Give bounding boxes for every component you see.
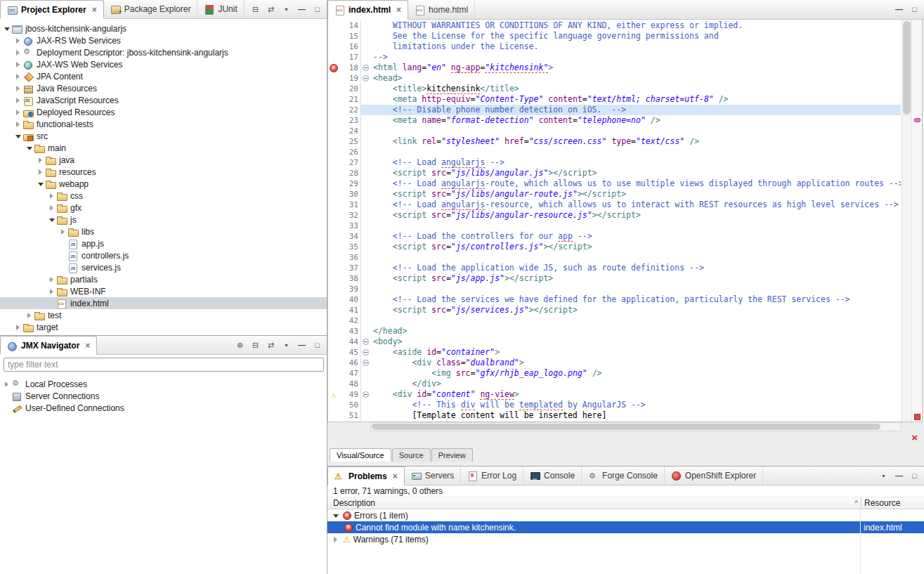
code-line[interactable]: 19<head> <box>328 73 901 84</box>
expand-arrow-icon[interactable] <box>48 285 56 297</box>
code-line[interactable]: 28 <script src="js/libs/angular.js"></sc… <box>328 168 901 178</box>
problem-row-errors-1-item[interactable]: ×Errors (1 item) <box>327 509 924 521</box>
view-menu-icon[interactable]: ▼ <box>282 343 291 348</box>
close-icon[interactable]: × <box>396 6 401 14</box>
code-line[interactable]: 24 <box>328 126 901 136</box>
tree-item-functional-tests[interactable]: functional-tests <box>0 118 327 130</box>
expand-arrow-icon[interactable] <box>3 378 11 390</box>
code-line[interactable]: 43</head> <box>328 326 901 337</box>
expand-arrow-icon[interactable] <box>14 82 22 94</box>
tree-item-resources[interactable]: resources <box>0 166 327 178</box>
maximize-icon[interactable]: □ <box>313 6 322 13</box>
collapse-arrow-icon[interactable] <box>48 214 56 226</box>
link-editor-icon[interactable]: ⇄ <box>266 341 275 349</box>
horizontal-scrollbar[interactable] <box>370 422 902 431</box>
code-line[interactable]: 51 [Template content will be inserted he… <box>328 410 901 421</box>
problem-row-warnings-71-items[interactable]: ⚠Warnings (71 items) <box>327 533 924 545</box>
fold-marker[interactable] <box>360 347 370 358</box>
link-editor-icon[interactable]: ⇄ <box>266 6 275 13</box>
source-tab-visual-source[interactable]: Visual/Source <box>330 448 391 462</box>
tree-item-javascript-resources[interactable]: JavaScript Resources <box>0 94 327 106</box>
tab-error-log[interactable]: Error Log <box>461 467 523 485</box>
expand-arrow-icon[interactable] <box>14 118 22 130</box>
code-line[interactable]: 17--> <box>328 52 901 63</box>
expand-arrow-icon[interactable] <box>14 106 22 118</box>
collapse-arrow-icon[interactable] <box>14 130 22 142</box>
code-line[interactable]: 27 <!-- Load angularjs --> <box>328 157 901 168</box>
code-line[interactable]: 29 <!-- Load angularjs-route, which allo… <box>328 178 901 189</box>
minimize-icon[interactable]: — <box>894 472 904 480</box>
overview-error-marker[interactable] <box>914 414 920 420</box>
overview-ruler[interactable] <box>911 20 922 422</box>
fold-marker[interactable] <box>360 63 370 73</box>
close-icon[interactable]: × <box>85 341 90 350</box>
code-line[interactable]: 20 <title>kitchensink</title> <box>328 84 901 94</box>
collapse-arrow-icon[interactable] <box>37 178 45 190</box>
tab-console[interactable]: Console <box>523 467 582 485</box>
problem-row-cannot-find-module-with-name-kitchensink[interactable]: ×Cannot find module with name kitchensin… <box>327 521 924 533</box>
new-connection-icon[interactable]: ⊕ <box>235 341 245 349</box>
code-line[interactable]: 31 <!-- Load angularjs-resource, which a… <box>328 200 901 210</box>
code-line[interactable]: 23 <meta name="format-detection" content… <box>328 115 901 126</box>
expand-arrow-icon[interactable] <box>14 94 22 106</box>
tree-item-controllers-js[interactable]: controllers.js <box>0 249 327 261</box>
resource-column-header[interactable]: Resource <box>861 497 924 509</box>
description-column-header[interactable]: Description ^ <box>327 498 861 508</box>
source-tab-source[interactable]: Source <box>392 448 431 462</box>
overview-current-line-marker[interactable] <box>914 118 920 122</box>
code-line[interactable]: 26 <box>328 147 901 157</box>
tree-item-webapp[interactable]: webapp <box>0 178 327 190</box>
collapse-arrow-icon[interactable] <box>25 142 34 154</box>
tree-item-jax-rs-web-services[interactable]: JAX-RS Web Services <box>0 34 327 46</box>
tree-item-target[interactable]: target <box>0 321 327 333</box>
tree-item-java-resources[interactable]: Java Resources <box>0 82 327 94</box>
tab-home-html[interactable]: home.html <box>408 0 475 19</box>
tree-item-server-connections[interactable]: Server Connections <box>0 390 327 402</box>
tab-package-explorer[interactable]: Package Explorer <box>104 0 198 18</box>
code-line[interactable]: 21 <meta http-equiv="Content-Type" conte… <box>328 94 901 105</box>
tree-item-partials[interactable]: partials <box>0 273 327 285</box>
expand-arrow-icon[interactable] <box>14 70 22 82</box>
horizontal-scrollbar-thumb[interactable] <box>372 424 880 430</box>
tree-item-test[interactable]: test <box>0 309 327 321</box>
collapse-all-icon[interactable]: ⊟ <box>251 6 260 13</box>
code-line[interactable]: 45 <aside id="container"> <box>328 347 901 358</box>
code-line[interactable]: 15 See the License for the specific lang… <box>328 31 901 41</box>
maximize-icon[interactable]: □ <box>910 472 919 480</box>
tree-item-gfx[interactable]: gfx <box>0 202 327 214</box>
vertical-scrollbar-thumb[interactable] <box>903 21 911 115</box>
expand-arrow-icon[interactable] <box>59 226 67 237</box>
tree-item-web-inf[interactable]: WEB-INF <box>0 285 327 297</box>
tab-index-html[interactable]: index.html× <box>327 0 408 20</box>
tree-item-jpa-content[interactable]: JPA Content <box>0 70 327 82</box>
tree-item-user-defined-connections[interactable]: User-Defined Connections <box>0 402 327 414</box>
maximize-icon[interactable]: □ <box>910 6 919 13</box>
tab-problems[interactable]: Problems× <box>327 467 405 485</box>
code-line[interactable]: 36 <box>328 252 901 263</box>
tree-item-deployment-descriptor-jboss-kitchensink-angularjs[interactable]: Deployment Descriptor: jboss-kitchensink… <box>0 46 327 58</box>
tree-item-jax-ws-web-services[interactable]: JAX-WS Web Services <box>0 58 327 70</box>
fold-marker[interactable] <box>360 337 370 347</box>
expand-arrow-icon[interactable] <box>14 46 22 58</box>
tree-item-src[interactable]: src <box>0 130 327 142</box>
jmx-filter-input[interactable] <box>4 358 324 372</box>
fold-marker[interactable] <box>360 389 370 400</box>
expand-arrow-icon[interactable] <box>37 166 45 178</box>
tree-item-main[interactable]: main <box>0 142 327 154</box>
tab-servers[interactable]: Servers <box>405 467 461 485</box>
tab-project-explorer[interactable]: Project Explorer× <box>0 0 104 19</box>
code-editor[interactable]: 14 WITHOUT WARRANTIES OR CONDITIONS OF A… <box>327 20 923 422</box>
code-line[interactable]: 40 <!-- Load the services we have define… <box>328 294 901 305</box>
code-line[interactable]: 25 <link rel="stylesheet" href="css/scre… <box>328 136 901 147</box>
tree-item-java[interactable]: java <box>0 154 327 166</box>
code-line[interactable]: 41 <script src="js/services.js"></script… <box>328 305 901 315</box>
tree-item-index-html[interactable]: index.html <box>0 297 327 309</box>
code-line[interactable]: 35 <script src="js/controllers.js"></scr… <box>328 242 901 252</box>
code-line[interactable]: 48 </div> <box>328 379 901 389</box>
fold-marker[interactable] <box>360 358 370 368</box>
collapse-all-icon[interactable]: ⊟ <box>251 341 260 349</box>
tree-item-libs[interactable]: libs <box>0 226 327 237</box>
close-icon[interactable]: × <box>92 6 97 14</box>
tree-item-deployed-resources[interactable]: Deployed Resources <box>0 106 327 118</box>
code-line[interactable]: 37 <!-- Load the application wide JS, su… <box>328 263 901 273</box>
